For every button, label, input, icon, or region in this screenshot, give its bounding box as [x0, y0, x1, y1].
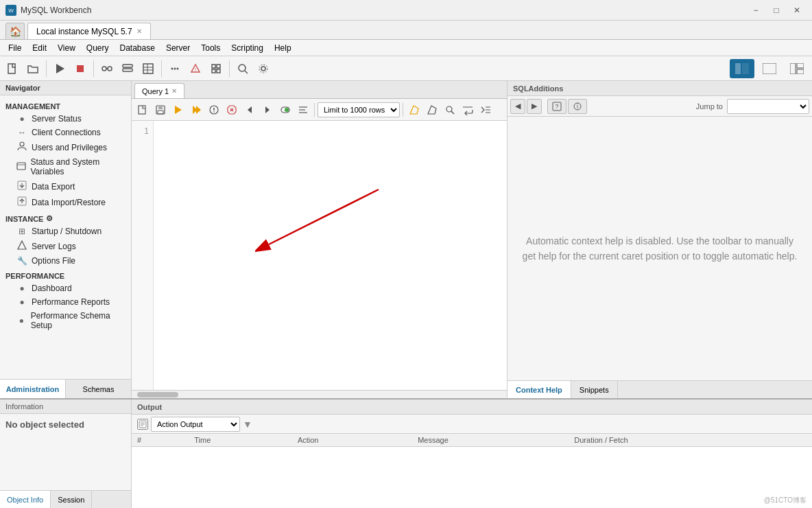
query-editor[interactable]: 1 [132, 121, 507, 390]
menu-database[interactable]: Database [115, 42, 160, 54]
svg-point-14 [171, 67, 174, 69]
toolbar-run-button[interactable] [50, 59, 69, 78]
toolbar-new-button[interactable] [3, 59, 22, 78]
nav-performance-reports[interactable]: ● Performance Reports [0, 295, 131, 309]
nav-data-export[interactable]: Data Export [0, 178, 131, 194]
tab-bar: 🏠 Local instance MySQL 5.7 ✕ [0, 21, 812, 40]
menu-file[interactable]: File [3, 42, 27, 54]
query-indent-button[interactable] [477, 102, 494, 118]
action-output-icon [137, 419, 148, 430]
query-scrollbar[interactable] [132, 390, 507, 398]
toolbar-more3-button[interactable] [206, 59, 226, 78]
server-logs-icon [16, 240, 27, 252]
beautify-button[interactable] [295, 102, 311, 118]
svg-rect-41 [139, 106, 145, 114]
context-help-tab[interactable]: Context Help [508, 381, 571, 398]
toolbar-layout2-button[interactable] [757, 59, 782, 78]
toolbar-more2-button[interactable]: ! [186, 59, 205, 78]
tab-administration[interactable]: Administration [0, 380, 66, 398]
save-button[interactable] [152, 102, 169, 118]
session-tab[interactable]: Session [51, 491, 92, 508]
menu-server[interactable]: Server [160, 42, 195, 54]
object-info-tab[interactable]: Object Info [0, 491, 51, 508]
nav-startup-shutdown[interactable]: ⊞ Startup / Shutdown [0, 224, 131, 238]
scrollbar-thumb[interactable] [137, 392, 178, 397]
sql-additions-tabs: Context Help Snippets [508, 380, 812, 398]
svg-marker-55 [265, 106, 270, 113]
query-wrap-button[interactable] [459, 102, 476, 118]
auto-commit-button[interactable] [277, 102, 294, 118]
instance-tab-close[interactable]: ✕ [136, 27, 142, 35]
next-button[interactable] [259, 102, 276, 118]
execute-selection-button[interactable] [188, 102, 204, 118]
query-find-button[interactable] [406, 102, 422, 118]
menu-tools[interactable]: Tools [195, 42, 226, 54]
action-output-select[interactable]: Action Output [151, 417, 240, 432]
instance-tab[interactable]: Local instance MySQL 5.7 ✕ [27, 23, 151, 39]
new-tab-button[interactable] [134, 102, 151, 118]
close-button[interactable]: ✕ [787, 3, 807, 18]
query-tab-label: Query 1 [142, 87, 169, 95]
prev-button[interactable] [241, 102, 258, 118]
sql-help-btn1[interactable]: ? [547, 99, 566, 114]
toolbar-layout1-button[interactable] [730, 59, 754, 78]
sql-help-btn2[interactable]: i [568, 99, 587, 114]
sql-forward-button[interactable]: ▶ [527, 99, 542, 114]
jump-to-select[interactable] [727, 99, 809, 114]
toolbar-connect-button[interactable] [97, 59, 117, 78]
snippets-tab[interactable]: Snippets [571, 381, 618, 398]
menu-query[interactable]: Query [81, 42, 115, 54]
toolbar-open-button[interactable] [23, 59, 43, 78]
svg-line-62 [451, 111, 454, 114]
nav-server-logs[interactable]: Server Logs [0, 238, 131, 254]
tab-schemas[interactable]: Schemas [66, 380, 131, 398]
toolbar-schemas-button[interactable] [118, 59, 137, 78]
nav-data-import[interactable]: Data Import/Restore [0, 194, 131, 210]
stop-button[interactable] [224, 102, 240, 118]
toolbar-tables-button[interactable] [139, 59, 158, 78]
limit-rows-select[interactable]: Limit to 1000 rowsDon't LimitLimit to 20… [318, 102, 400, 117]
svg-point-16 [177, 67, 179, 69]
explain-button[interactable] [206, 102, 222, 118]
sql-back-button[interactable]: ◀ [510, 99, 525, 114]
query-help-button[interactable] [424, 102, 440, 118]
execute-lightning-button[interactable] [170, 102, 187, 118]
menu-bar: File Edit View Query Database Server Too… [0, 40, 812, 56]
svg-rect-8 [123, 65, 132, 67]
toolbar-stop-button[interactable] [71, 59, 90, 78]
menu-view[interactable]: View [52, 42, 81, 54]
performance-reports-icon: ● [16, 297, 27, 307]
main-layout: Navigator MANAGEMENT ● Server Status ↔ C… [0, 81, 812, 508]
output-header: Output [132, 400, 812, 415]
toolbar-more1-button[interactable] [165, 59, 184, 78]
maximize-button[interactable]: □ [767, 3, 786, 18]
menu-help[interactable]: Help [269, 42, 297, 54]
toolbar-settings-button[interactable] [254, 59, 273, 78]
nav-status-variables[interactable]: Status and System Variables [0, 155, 131, 178]
nav-performance-schema[interactable]: ● Performance Schema Setup [0, 309, 131, 332]
query-tab-1[interactable]: Query 1 ✕ [134, 83, 184, 98]
nav-client-connections[interactable]: ↔ Client Connections [0, 126, 131, 139]
management-label: MANAGEMENT [5, 102, 60, 111]
nav-server-logs-label: Server Logs [32, 242, 76, 251]
toolbar-layout3-button[interactable] [785, 59, 809, 78]
menu-scripting[interactable]: Scripting [226, 42, 269, 54]
menu-edit[interactable]: Edit [27, 42, 52, 54]
action-output-dropdown[interactable]: ▼ [243, 419, 252, 430]
nav-server-status[interactable]: ● Server Status [0, 112, 131, 126]
query-zoom-button[interactable] [442, 102, 458, 118]
sql-help-text: Automatic context help is disabled. Use … [508, 117, 812, 380]
output-toolbar: Action Output ▼ [132, 415, 812, 434]
toolbar-search-button[interactable] [233, 59, 252, 78]
minimize-button[interactable]: − [746, 3, 765, 18]
sql-additions-panel: SQLAdditions ◀ ▶ ? i Jump to Automatic c… [507, 81, 812, 398]
performance-label: PERFORMANCE [5, 272, 64, 280]
nav-dashboard[interactable]: ● Dashboard [0, 281, 131, 295]
nav-options-file[interactable]: 🔧 Options File [0, 254, 131, 268]
home-button[interactable]: 🏠 [5, 23, 25, 39]
svg-marker-54 [248, 106, 252, 113]
svg-rect-34 [17, 163, 25, 170]
col-hash: # [132, 434, 189, 447]
query-tab-close[interactable]: ✕ [171, 87, 177, 95]
nav-users-privileges[interactable]: Users and Privileges [0, 139, 131, 155]
